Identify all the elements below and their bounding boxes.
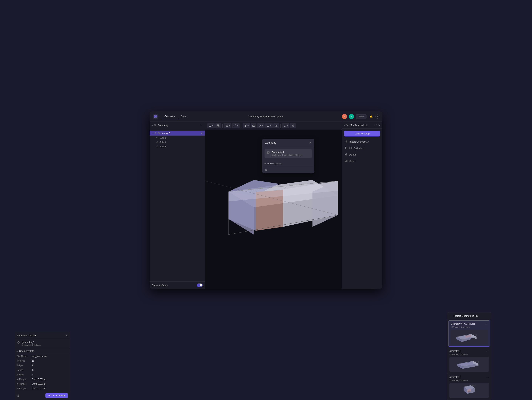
load-to-setup-button[interactable]: Load to Setup <box>344 131 380 137</box>
toolbar-sphere-btn[interactable]: ▾ <box>207 123 215 128</box>
popup-trash-icon[interactable]: 🗑 <box>265 169 267 172</box>
toolbar-sep-1 <box>222 124 223 128</box>
toolbar-grid-btn[interactable] <box>215 123 221 128</box>
sidebar-menu-button[interactable]: ⋯ <box>200 124 203 127</box>
cylinder-icon <box>345 147 348 150</box>
show-surfaces-toggle[interactable] <box>197 283 203 287</box>
main-content: ▾ Geometry ⋯ ▾ ⚙ Geometry A ⠿ ⚙ <box>150 122 382 289</box>
toolbar-sep-2 <box>241 124 241 128</box>
mod-item-import-label: Import Geometry A <box>349 140 369 143</box>
show-surfaces-row: Show surfaces <box>150 281 205 289</box>
toolbar-cut-btn[interactable] <box>290 123 296 128</box>
popup-info-row[interactable]: ▶ Geometry Info <box>262 160 314 167</box>
sidebar-collapse-icon[interactable]: ▾ <box>152 124 153 126</box>
modification-list: Import Geometry A Add Cylinder 1 Delete <box>342 139 382 164</box>
svg-rect-11 <box>217 126 218 127</box>
svg-line-7 <box>156 126 156 126</box>
tree-item-solid-3[interactable]: ⚙ Solid 3 <box>150 144 205 149</box>
popup-title: Geometry <box>265 141 276 144</box>
mod-item-delete[interactable]: Delete <box>343 152 382 158</box>
top-nav: Geometry Setup Geometry Modification Pro… <box>150 111 382 122</box>
show-surfaces-label: Show surfaces <box>152 284 197 287</box>
tree-item-geometry-a[interactable]: ▾ ⚙ Geometry A ⠿ <box>150 131 205 136</box>
popup-geo-item[interactable]: Geometry A 3 volumes, 1 sheet body, 23 f… <box>265 149 312 158</box>
search-icon <box>154 124 157 127</box>
tree-label-solid-2: Solid 2 <box>159 141 166 144</box>
toolbar-visibility-btn[interactable] <box>273 123 279 128</box>
toolbar-translate-btn[interactable]: ▾ <box>243 123 250 128</box>
svg-point-49 <box>345 148 347 149</box>
viewport-3d[interactable]: Geometry ✕ Geometry A 3 volumes, 1 sheet… <box>205 130 342 289</box>
viewport-area: ▾ ▾ <box>205 122 342 289</box>
popup-geo-desc: 3 volumes, 1 sheet body, 23 faces <box>272 154 302 156</box>
svg-point-14 <box>227 125 227 126</box>
nav-right: T M Share 🔔 ? <box>342 114 380 119</box>
right-sidebar-header: ▾ Modification List ↩ ↪ <box>342 122 382 129</box>
toolbar: ▾ ▾ <box>205 122 342 130</box>
popup-info-arrow-icon: ▶ <box>265 162 266 164</box>
avatar-m: M <box>349 114 354 119</box>
tree-label-solid-1: Solid 1 <box>159 137 166 139</box>
tree-collapse-icon: ▾ <box>152 132 153 134</box>
tab-setup[interactable]: Setup <box>178 114 190 119</box>
gear-icon-parent: ⚙ <box>155 132 157 134</box>
sidebar-tree: ▾ ⚙ Geometry A ⠿ ⚙ Solid 1 ⚙ Solid 2 ⚙ S… <box>150 129 205 281</box>
sidebar-title: Geometry <box>158 124 199 127</box>
import-icon <box>345 140 348 143</box>
notifications-icon[interactable]: 🔔 <box>368 114 374 119</box>
toolbar-measure-btn[interactable]: ▾ <box>265 123 273 128</box>
popup-close-button[interactable]: ✕ <box>309 141 311 144</box>
popup-geo-name: Geometry A <box>272 151 302 154</box>
popup-header: Geometry ✕ <box>262 139 314 147</box>
mod-item-union[interactable]: Union <box>343 158 382 164</box>
mod-item-union-label: Union <box>349 160 355 162</box>
svg-point-1 <box>155 116 156 117</box>
svg-rect-15 <box>234 125 236 127</box>
svg-point-46 <box>345 147 347 148</box>
gear-icon-solid3: ⚙ <box>156 145 158 148</box>
popup-geo-icon <box>267 151 270 155</box>
svg-marker-19 <box>246 125 247 126</box>
mod-item-add-cylinder[interactable]: Add Cylinder 1 <box>343 145 382 151</box>
geometry-popup: Geometry ✕ Geometry A 3 volumes, 1 sheet… <box>262 139 314 173</box>
sidebar-header: ▾ Geometry ⋯ <box>150 122 205 129</box>
svg-point-8 <box>209 125 211 127</box>
svg-point-6 <box>154 125 156 126</box>
undo-icon[interactable]: ↩ <box>375 124 377 126</box>
popup-info-label: Geometry Info <box>267 162 282 165</box>
mod-item-delete-label: Delete <box>349 153 356 156</box>
toolbar-annotations-btn[interactable]: ▾ <box>282 123 290 128</box>
delete-icon <box>345 153 348 156</box>
help-icon[interactable]: ? <box>375 114 380 119</box>
right-sidebar-title: Modification List <box>350 124 374 126</box>
modification-list-search-icon <box>346 124 349 126</box>
tree-label-solid-3: Solid 3 <box>159 145 166 148</box>
svg-marker-18 <box>244 125 245 126</box>
app-window: Geometry Setup Geometry Modification Pro… <box>150 111 382 289</box>
tree-item-solid-1[interactable]: ⚙ Solid 1 <box>150 136 205 140</box>
toolbar-sep-3 <box>280 124 281 128</box>
mod-item-cylinder-label: Add Cylinder 1 <box>349 147 365 150</box>
gear-icon-solid1: ⚙ <box>156 137 158 139</box>
redo-icon[interactable]: ↪ <box>378 124 380 126</box>
tab-geometry[interactable]: Geometry <box>161 114 178 119</box>
left-sidebar: ▾ Geometry ⋯ ▾ ⚙ Geometry A ⠿ ⚙ <box>150 122 205 289</box>
nav-tabs: Geometry Setup <box>161 114 190 119</box>
popup-body: Geometry A 3 volumes, 1 sheet body, 23 f… <box>262 147 314 160</box>
svg-marker-16 <box>245 125 246 125</box>
svg-marker-17 <box>245 126 246 127</box>
tree-item-solid-2[interactable]: ⚙ Solid 2 <box>150 140 205 144</box>
right-sidebar-collapse[interactable]: ▾ <box>344 124 345 126</box>
toolbar-boolean-btn[interactable] <box>251 123 256 128</box>
right-sidebar: ▾ Modification List ↩ ↪ Load to Setup Im… <box>342 122 382 289</box>
toolbar-transform-btn[interactable]: ▾ <box>257 123 265 128</box>
svg-rect-9 <box>217 125 218 125</box>
svg-rect-12 <box>218 126 219 127</box>
drag-handle-icon: ⠿ <box>201 132 203 134</box>
svg-point-43 <box>347 124 348 125</box>
toolbar-select-btn[interactable]: ▾ <box>232 123 240 128</box>
toolbar-snap-btn[interactable]: ▾ <box>224 123 231 128</box>
share-button[interactable]: Share <box>356 114 367 119</box>
gear-icon-solid2: ⚙ <box>156 141 158 144</box>
mod-item-import[interactable]: Import Geometry A <box>343 139 382 145</box>
